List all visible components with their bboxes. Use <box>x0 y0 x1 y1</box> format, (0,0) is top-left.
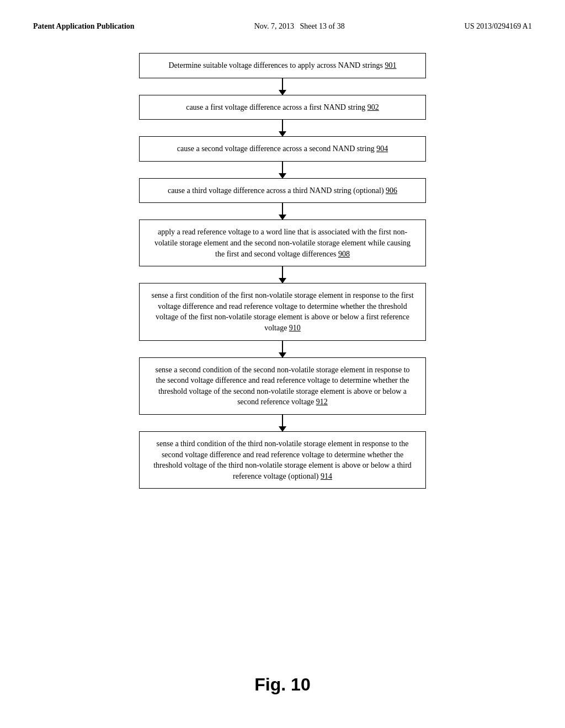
ref-902: 902 <box>367 103 379 111</box>
page: Patent Application Publication Nov. 7, 2… <box>0 0 565 728</box>
flowchart-box-901: Determine suitable voltage differences t… <box>139 53 426 78</box>
box-text-902: cause a first voltage difference across … <box>186 103 379 111</box>
arrow-6 <box>282 341 283 357</box>
flowchart-box-910: sense a first condition of the first non… <box>139 283 426 340</box>
box-text-910: sense a first condition of the first non… <box>151 291 413 332</box>
arrow-3 <box>282 162 283 178</box>
arrow-7 <box>282 415 283 431</box>
flowchart-box-906: cause a third voltage difference across … <box>139 178 426 204</box>
box-text-904: cause a second voltage difference across… <box>177 144 388 153</box>
box-text-908: apply a read reference voltage to a word… <box>154 228 411 258</box>
flowchart-box-912: sense a second condition of the second n… <box>139 357 426 415</box>
figure-label: Fig. 10 <box>33 675 532 695</box>
sheet-info: Sheet 13 of 38 <box>300 22 344 30</box>
flowchart-box-908: apply a read reference voltage to a word… <box>139 220 426 266</box>
publication-date-sheet: Nov. 7, 2013 Sheet 13 of 38 <box>254 22 345 31</box>
arrow-1 <box>282 78 283 95</box>
box-text-912: sense a second condition of the second n… <box>155 366 409 406</box>
ref-910: 910 <box>289 324 301 332</box>
flowchart-box-914: sense a third condition of the third non… <box>139 431 426 489</box>
patent-number: US 2013/0294169 A1 <box>465 22 532 31</box>
box-text-906: cause a third voltage difference across … <box>168 186 397 195</box>
ref-912: 912 <box>316 398 328 406</box>
ref-906: 906 <box>386 186 397 195</box>
flowchart-box-904: cause a second voltage difference across… <box>139 136 426 162</box>
arrow-5 <box>282 266 283 283</box>
flowchart: Determine suitable voltage differences t… <box>33 53 532 652</box>
ref-904: 904 <box>376 144 388 153</box>
box-text-901: Determine suitable voltage differences t… <box>168 61 396 69</box>
publication-label: Patent Application Publication <box>33 22 135 31</box>
page-header: Patent Application Publication Nov. 7, 2… <box>33 22 532 31</box>
ref-914: 914 <box>321 472 332 480</box>
box-text-914: sense a third condition of the third non… <box>153 440 412 480</box>
publication-date: Nov. 7, 2013 <box>254 22 300 30</box>
arrow-2 <box>282 120 283 136</box>
flowchart-box-902: cause a first voltage difference across … <box>139 95 426 120</box>
ref-901: 901 <box>385 61 397 69</box>
ref-908: 908 <box>338 250 350 258</box>
arrow-4 <box>282 203 283 220</box>
